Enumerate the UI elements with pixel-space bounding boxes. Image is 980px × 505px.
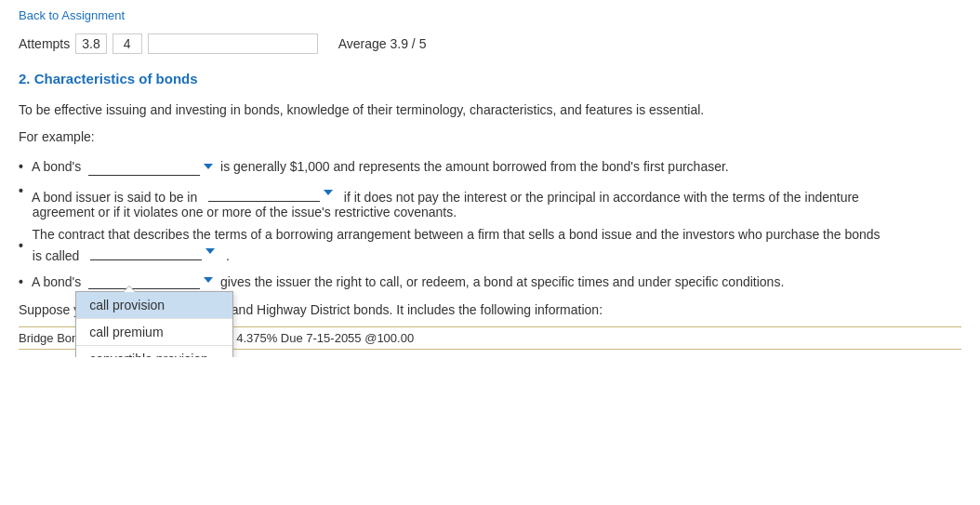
dropdown-1-underline: [88, 157, 200, 176]
dropdown-4-arrow[interactable]: [204, 277, 213, 283]
bullet-dot-3: •: [19, 238, 23, 253]
bullet-dot-2: •: [19, 183, 23, 198]
dropdown-2-arrow[interactable]: [324, 190, 333, 195]
attempts-input[interactable]: [148, 33, 318, 54]
bullet-1-prefix: A bond's: [29, 159, 85, 174]
attempts-value2: 4: [113, 33, 142, 54]
bullet-4-prefix: A bond's: [29, 274, 85, 289]
back-to-assignment-link[interactable]: Back to Assignment: [19, 8, 125, 22]
bullet-2-content: A bond issuer is said to be in if it doe…: [29, 183, 859, 219]
bullet-dot-4: •: [19, 274, 23, 289]
dropdown-1-wrapper: [88, 157, 213, 176]
bullet-1: • A bond's is generally $1,000 and repre…: [19, 157, 961, 176]
attempts-value1: 3.8: [75, 33, 106, 54]
bullet-4-suffix: gives the issuer the right to call, or r…: [217, 274, 784, 289]
bullet-2: • A bond issuer is said to be in if it d…: [19, 183, 961, 219]
dropdown-1-arrow[interactable]: [204, 164, 213, 169]
dropdown-option-call-provision[interactable]: call provision: [76, 292, 232, 319]
bullet-4: • A bond's call provision call premium c…: [19, 271, 961, 292]
bullet-3-content: The contract that describes the terms of…: [29, 227, 881, 263]
dropdown-option-convertible-provision[interactable]: convertible provision: [76, 346, 232, 356]
dropdown-3-underline: [90, 242, 202, 260]
question-title: 2. Characteristics of bonds: [19, 71, 961, 86]
attempts-label: Attempts: [19, 36, 70, 51]
dropdown-2-underline: [208, 183, 320, 202]
dropdown-4-container: call provision call premium convertible …: [85, 271, 217, 292]
dropdown-4-underline: [88, 271, 200, 289]
average-text: Average 3.9 / 5: [338, 36, 427, 51]
bullet-3: • The contract that describes the terms …: [19, 227, 961, 263]
dropdown-4-popup: call provision call premium convertible …: [75, 291, 233, 356]
dropdown-4-wrapper: [88, 271, 213, 289]
attempts-row: Attempts 3.8 4 Average 3.9 / 5: [19, 33, 961, 54]
for-example-label: For example:: [19, 129, 961, 144]
bullet-1-suffix: is generally $1,000 and represents the a…: [217, 159, 729, 174]
dropdown-option-call-premium[interactable]: call premium: [76, 319, 232, 346]
question-intro: To be effective issuing and investing in…: [19, 100, 961, 120]
dropdown-3-wrapper: [90, 242, 215, 260]
dropdown-2-wrapper: [208, 183, 333, 202]
bullet-dot-1: •: [19, 159, 23, 174]
dropdown-3-arrow[interactable]: [205, 248, 215, 254]
